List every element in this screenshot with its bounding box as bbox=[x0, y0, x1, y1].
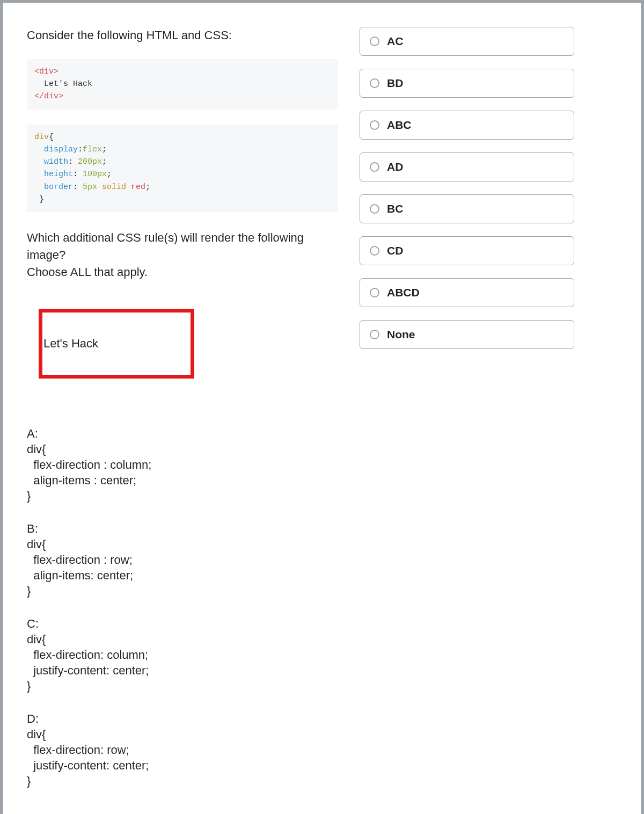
code-text: 200px bbox=[78, 157, 102, 166]
code-text: display bbox=[44, 145, 78, 154]
code-text: width bbox=[44, 157, 68, 166]
code-text: div bbox=[34, 133, 49, 142]
option-label: AC bbox=[387, 35, 403, 48]
option-label: None bbox=[387, 328, 415, 341]
code-text: ; bbox=[107, 170, 112, 179]
code-text: <div> bbox=[34, 67, 58, 76]
radio-icon bbox=[370, 288, 379, 297]
radio-icon bbox=[370, 78, 379, 88]
code-text: : bbox=[68, 157, 78, 166]
code-text: height bbox=[44, 170, 73, 179]
option-label: AD bbox=[387, 161, 403, 173]
radio-icon bbox=[370, 37, 379, 46]
code-block-css: div{ display:flex; width: 200px; height:… bbox=[27, 125, 338, 213]
option-label: BC bbox=[387, 202, 403, 215]
option-label: BD bbox=[387, 77, 403, 90]
radio-icon bbox=[370, 204, 379, 214]
css-snippet-list: A: div{ flex-direction : column; align-i… bbox=[27, 426, 338, 789]
option-cd[interactable]: CD bbox=[360, 236, 574, 265]
radio-icon bbox=[370, 246, 379, 256]
answer-options-column: AC BD ABC AD BC CD ABCD None bbox=[360, 27, 574, 806]
option-ad[interactable]: AD bbox=[360, 152, 574, 181]
snippet-d: D: div{ flex-direction: row; justify-con… bbox=[27, 711, 338, 789]
code-text: ; bbox=[145, 183, 150, 192]
question-column: Consider the following HTML and CSS: <di… bbox=[27, 27, 338, 806]
option-bc[interactable]: BC bbox=[360, 194, 574, 223]
code-text: flex bbox=[83, 145, 102, 154]
prompt-line: Which additional CSS rule(s) will render… bbox=[27, 231, 304, 261]
code-text: { bbox=[49, 133, 54, 142]
option-label: ABCD bbox=[387, 286, 420, 299]
code-text: 100px bbox=[83, 170, 107, 179]
snippet-a: A: div{ flex-direction : column; align-i… bbox=[27, 426, 338, 504]
code-text: border bbox=[44, 183, 73, 192]
snippet-c: C: div{ flex-direction: column; justify-… bbox=[27, 616, 338, 694]
code-text: Let's Hack bbox=[34, 79, 92, 89]
option-bd[interactable]: BD bbox=[360, 69, 574, 98]
question-prompt: Which additional CSS rule(s) will render… bbox=[27, 229, 338, 281]
rendered-text: Let's Hack bbox=[43, 337, 98, 351]
option-label: CD bbox=[387, 244, 403, 257]
code-text: : bbox=[73, 170, 83, 179]
question-intro: Consider the following HTML and CSS: bbox=[27, 27, 338, 44]
prompt-line: Choose ALL that apply. bbox=[27, 265, 148, 279]
rendered-output-preview: Let's Hack bbox=[39, 309, 194, 379]
code-text: } bbox=[34, 195, 44, 204]
code-text: </div> bbox=[34, 92, 63, 101]
quiz-page: Consider the following HTML and CSS: <di… bbox=[3, 3, 641, 814]
code-block-html: <div> Let's Hack </div> bbox=[27, 59, 338, 110]
code-text: 5px bbox=[83, 183, 97, 192]
code-text: solid bbox=[102, 183, 126, 192]
option-none[interactable]: None bbox=[360, 320, 574, 349]
option-label: ABC bbox=[387, 119, 412, 132]
radio-icon bbox=[370, 330, 379, 339]
radio-icon bbox=[370, 120, 379, 130]
radio-icon bbox=[370, 162, 379, 172]
option-abcd[interactable]: ABCD bbox=[360, 278, 574, 307]
code-text: ; bbox=[102, 145, 107, 154]
option-ac[interactable]: AC bbox=[360, 27, 574, 56]
code-text: : bbox=[78, 145, 83, 154]
code-text: : bbox=[73, 183, 83, 192]
option-abc[interactable]: ABC bbox=[360, 111, 574, 140]
code-text: ; bbox=[102, 157, 107, 166]
snippet-b: B: div{ flex-direction : row; align-item… bbox=[27, 521, 338, 599]
code-text: red bbox=[131, 183, 145, 192]
